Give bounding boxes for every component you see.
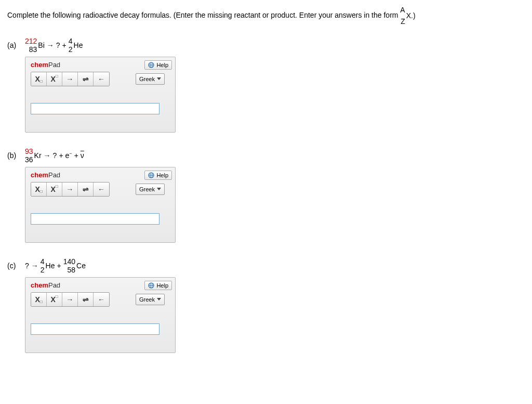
greek-button[interactable]: Greek <box>136 184 165 195</box>
greek-button[interactable]: Greek <box>136 73 165 85</box>
help-button[interactable]: Help <box>144 171 172 180</box>
unknown: ? <box>25 262 29 270</box>
subscript-button[interactable]: X□ <box>31 72 47 86</box>
chempad-b: chemPad Help X□ X□ → ⇌ ← Greek <box>25 167 176 243</box>
unknown: ? <box>53 151 57 160</box>
superscript-button[interactable]: X□ <box>47 183 62 196</box>
answer-input-c[interactable] <box>31 323 159 335</box>
part-c-row: (c) ? → 4 2 He + 140 58 Ce <box>7 257 525 274</box>
arrow: → <box>47 41 54 49</box>
tool-group: X□ X□ → ⇌ ← <box>31 182 110 197</box>
unknown: ? <box>56 41 60 49</box>
part-b-row: (b) 93 36 Kr → ? + e− + ν <box>7 147 525 164</box>
nuclide-ce: 140 58 Ce <box>63 257 86 274</box>
tool-group: X□ X□ → ⇌ ← <box>31 72 110 86</box>
answer-input-b[interactable] <box>31 213 159 225</box>
form-X: X.) <box>406 10 416 21</box>
nuclide-bi: 212 83 Bi <box>25 37 45 54</box>
chempad-c: chemPad Help X□ X□ → ⇌ ← Greek <box>25 277 176 353</box>
electron: e− <box>65 151 72 160</box>
arrow: → <box>31 262 38 270</box>
chevron-down-icon <box>157 77 161 80</box>
equilibrium-arrow-button[interactable]: ⇌ <box>78 72 94 86</box>
answer-input-a[interactable] <box>31 103 159 114</box>
globe-icon <box>148 172 154 178</box>
prompt-text: Complete the following radioactive decay… <box>7 11 400 19</box>
equilibrium-arrow-button[interactable]: ⇌ <box>78 183 94 196</box>
superscript-button[interactable]: X□ <box>47 293 62 306</box>
back-arrow-button[interactable]: ← <box>94 183 109 196</box>
subscript-button[interactable]: X□ <box>31 183 47 196</box>
chevron-down-icon <box>157 188 161 190</box>
form-A: A <box>400 4 405 16</box>
equilibrium-arrow-button[interactable]: ⇌ <box>78 293 94 306</box>
part-a-label: (a) <box>7 41 25 49</box>
part-c-equation: ? → 4 2 He + 140 58 Ce <box>25 257 86 274</box>
globe-icon <box>148 62 154 68</box>
nuclide-he: 4 2 He <box>69 37 83 54</box>
part-a-equation: 212 83 Bi → ? + 4 2 He <box>25 37 83 54</box>
nuclide-he: 4 2 He <box>41 257 55 274</box>
back-arrow-button[interactable]: ← <box>94 72 109 86</box>
forward-arrow-button[interactable]: → <box>62 183 78 196</box>
question-prompt: Complete the following radioactive decay… <box>7 4 525 28</box>
arrow: → <box>44 151 51 160</box>
help-button[interactable]: Help <box>144 60 172 70</box>
chempad-title: chemPad <box>31 171 60 179</box>
plus: + <box>59 151 63 160</box>
help-button[interactable]: Help <box>144 281 172 290</box>
tool-group: X□ X□ → ⇌ ← <box>31 292 110 307</box>
plus: + <box>57 262 61 270</box>
antineutrino: ν <box>81 151 84 160</box>
superscript-button[interactable]: X□ <box>47 72 62 86</box>
forward-arrow-button[interactable]: → <box>62 72 78 86</box>
chempad-title: chemPad <box>31 61 60 69</box>
part-b-label: (b) <box>7 151 25 160</box>
chempad-a: chemPad Help X□ X□ → ⇌ ← Greek <box>25 57 176 133</box>
plus: + <box>74 151 78 160</box>
chempad-title: chemPad <box>31 281 60 289</box>
back-arrow-button[interactable]: ← <box>94 293 109 306</box>
forward-arrow-button[interactable]: → <box>62 293 78 306</box>
greek-button[interactable]: Greek <box>136 294 165 305</box>
part-b-equation: 93 36 Kr → ? + e− + ν <box>25 147 84 164</box>
plus: + <box>62 41 66 49</box>
nuclide-kr: 93 36 Kr <box>25 147 42 164</box>
globe-icon <box>148 282 154 289</box>
part-a-row: (a) 212 83 Bi → ? + 4 2 He <box>7 37 525 54</box>
part-c-label: (c) <box>7 262 25 270</box>
subscript-button[interactable]: X□ <box>31 293 47 306</box>
form-Z: Z <box>401 16 405 27</box>
form-nuclide: A Z X.) <box>400 4 415 28</box>
chevron-down-icon <box>157 298 161 301</box>
